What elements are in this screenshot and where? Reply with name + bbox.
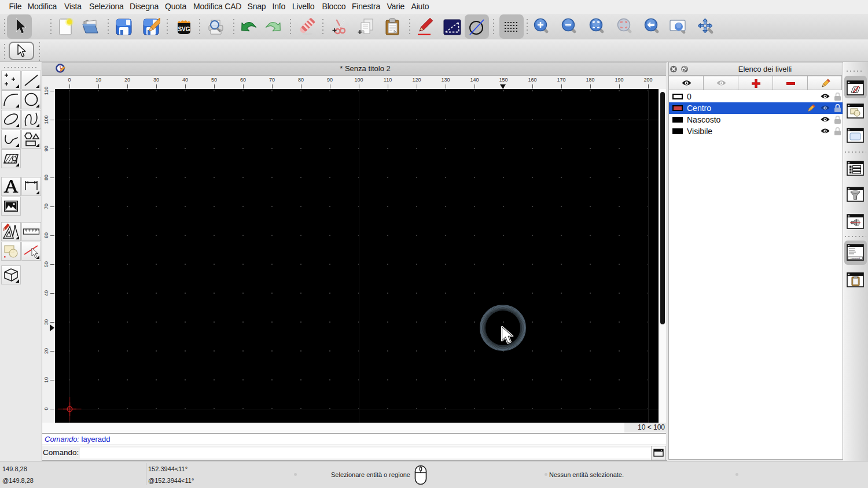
svg-text:SVG: SVG bbox=[178, 26, 190, 32]
svg-text:command: command bbox=[851, 257, 860, 260]
